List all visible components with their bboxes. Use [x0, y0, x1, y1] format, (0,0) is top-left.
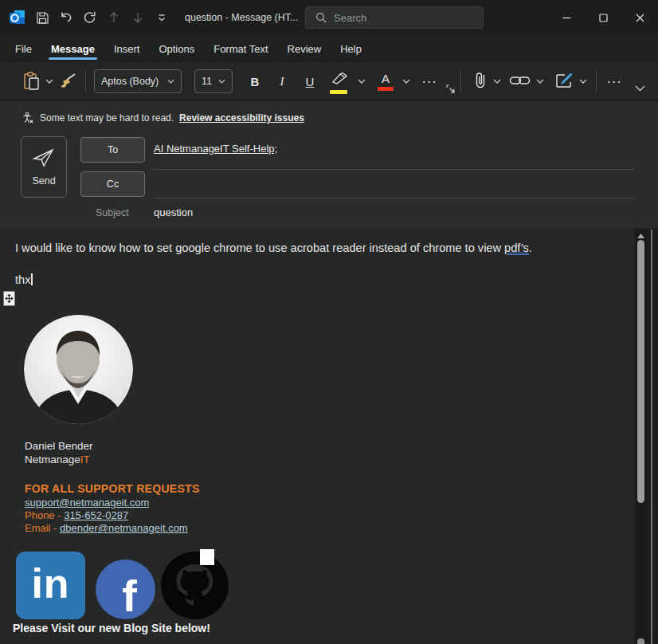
text-highlight-button[interactable] — [327, 69, 351, 88]
scrollbar-down-arrow[interactable] — [637, 638, 644, 644]
insert-link-button[interactable] — [508, 72, 532, 89]
close-button[interactable] — [621, 0, 658, 35]
tab-file[interactable]: File — [14, 37, 33, 61]
previous-item-button[interactable] — [102, 6, 126, 29]
redo-button[interactable] — [78, 6, 102, 29]
title-bar: question - Message (HT... — [0, 0, 658, 35]
body-paragraph: I would like to know how to set google c… — [15, 242, 532, 254]
tab-format-text[interactable]: Format Text — [213, 37, 268, 61]
search-input[interactable] — [334, 12, 461, 24]
more-font-options-icon[interactable]: ··· — [417, 71, 443, 92]
body-text-end: . — [529, 242, 532, 254]
accessibility-bar: Some text may be hard to read. Review ac… — [22, 112, 304, 124]
object-anchor-icon[interactable] — [3, 291, 15, 306]
attach-file-button[interactable] — [470, 69, 491, 92]
font-name-chevron-icon — [167, 79, 174, 84]
send-plane-icon — [32, 147, 56, 168]
next-item-button[interactable] — [126, 6, 150, 29]
more-commands-icon[interactable]: ··· — [602, 71, 628, 92]
font-name-value: Aptos (Body) — [101, 76, 159, 87]
signature-company: NetmanageIT — [25, 454, 90, 465]
font-size-select[interactable]: 11 — [194, 69, 233, 93]
window-controls — [548, 0, 658, 35]
tab-help[interactable]: Help — [339, 37, 362, 61]
recipient-link[interactable]: AI NetmanageIT Self-Help; — [154, 143, 277, 155]
outlook-message-window: question - Message (HT... File Message — [0, 0, 658, 644]
support-heading: FOR ALL SUPPORT REQUESTS — [25, 482, 200, 495]
cc-field-underline — [154, 198, 634, 198]
to-field-underline — [154, 169, 634, 170]
subject-label: Subject — [96, 207, 129, 218]
signature-portrait-photo[interactable] — [24, 315, 133, 424]
signature-button[interactable] — [553, 69, 575, 92]
font-size-chevron-icon — [218, 79, 225, 84]
attach-dropdown-chevron-icon[interactable] — [492, 75, 502, 88]
quick-access-toolbar — [0, 6, 174, 29]
phone-line: Phone - 315-652-0287 — [25, 509, 128, 521]
save-button[interactable] — [30, 6, 54, 29]
ribbon: Aptos (Body) 11 B I U — [0, 62, 658, 100]
facebook-icon[interactable]: f — [96, 560, 155, 619]
tab-message[interactable]: Message — [50, 37, 96, 61]
font-name-select[interactable]: Aptos (Body) — [94, 69, 182, 93]
review-accessibility-link[interactable]: Review accessibility issues — [179, 112, 304, 124]
minimize-button[interactable] — [548, 0, 585, 35]
paste-dropdown-chevron-icon[interactable] — [45, 75, 54, 88]
subject-input[interactable]: question — [154, 206, 193, 218]
highlight-color-bar — [330, 90, 347, 94]
link-dropdown-chevron-icon[interactable] — [535, 75, 545, 88]
linkedin-icon[interactable]: in — [16, 552, 85, 619]
tab-review[interactable]: Review — [287, 37, 323, 61]
paste-button[interactable] — [21, 70, 43, 92]
blog-callout: Please Visit our new Blog Site below! — [13, 622, 210, 634]
message-header-panel: Some text may be hard to read. Review ac… — [0, 101, 658, 228]
signature-name: Daniel Bender — [25, 440, 93, 452]
customize-toolbar-chevron-icon[interactable] — [150, 6, 174, 29]
undo-button[interactable] — [54, 6, 78, 29]
underline-button[interactable]: U — [300, 71, 319, 92]
to-button[interactable]: To — [80, 137, 145, 163]
image-resize-handle[interactable] — [200, 549, 214, 565]
font-color-button[interactable]: A — [374, 69, 397, 93]
scrollbar-thumb[interactable] — [637, 240, 644, 503]
font-dialog-launcher-icon[interactable] — [445, 83, 456, 94]
outlook-app-icon — [8, 8, 27, 27]
window-edge-line — [651, 230, 652, 644]
support-email-link[interactable]: support@netmanageit.com — [25, 497, 149, 509]
search-icon — [315, 12, 327, 23]
tab-options[interactable]: Options — [158, 37, 195, 61]
maximize-button[interactable] — [585, 0, 621, 35]
font-color-dropdown-chevron-icon[interactable] — [401, 75, 411, 88]
ribbon-divider — [596, 70, 597, 92]
github-icon[interactable] — [161, 552, 229, 619]
send-button[interactable]: Send — [21, 136, 67, 198]
accessibility-message: Some text may be hard to read. — [40, 112, 174, 124]
search-box[interactable] — [305, 6, 484, 29]
italic-button[interactable]: I — [272, 71, 292, 92]
grammar-flagged-word: pdf’s — [504, 242, 529, 254]
signature-company-accent: IT — [80, 454, 90, 465]
text-cursor — [31, 273, 33, 285]
email-line: Email - dbender@netmanageit.com — [25, 522, 188, 534]
collapse-ribbon-chevron-icon[interactable] — [633, 81, 647, 96]
body-signoff: thx — [15, 273, 33, 286]
message-body-editor[interactable]: I would like to know how to set google c… — [0, 228, 635, 644]
font-size-value: 11 — [202, 76, 212, 87]
ribbon-tabs: File Message Insert Options Format Text … — [0, 35, 658, 62]
highlight-dropdown-chevron-icon[interactable] — [357, 75, 366, 88]
accessibility-person-icon — [22, 112, 34, 124]
phone-link[interactable]: 315-652-0287 — [64, 509, 128, 521]
window-title: question - Message (HT... — [185, 12, 298, 23]
ribbon-divider — [460, 70, 461, 92]
send-label: Send — [32, 175, 55, 187]
font-color-bar — [378, 87, 394, 91]
right-frame-strip — [647, 228, 658, 644]
cc-button[interactable]: Cc — [80, 171, 145, 197]
ribbon-divider — [85, 70, 86, 92]
signature-dropdown-chevron-icon[interactable] — [578, 75, 588, 88]
bold-button[interactable]: B — [245, 71, 264, 92]
tab-insert[interactable]: Insert — [113, 37, 141, 61]
body-text: I would like to know how to set google c… — [15, 242, 504, 254]
email-link[interactable]: dbender@netmanageit.com — [60, 522, 188, 534]
format-painter-button[interactable] — [57, 70, 80, 92]
